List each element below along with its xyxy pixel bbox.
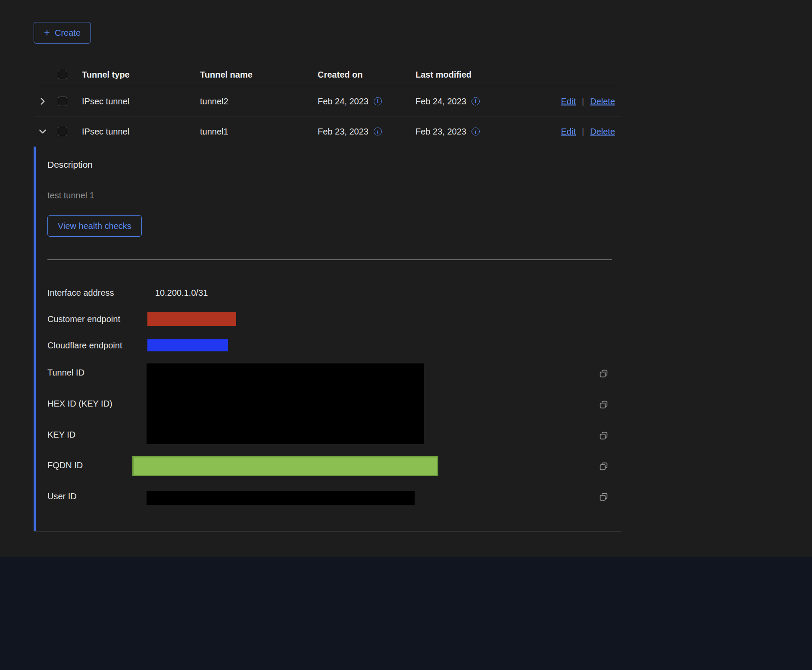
user-id-label: User ID [47, 491, 77, 502]
tunnel-name-cell: tunnel1 [200, 127, 228, 137]
copy-icon [599, 431, 608, 440]
tunnel-type-cell: IPsec tunnel [82, 96, 129, 106]
description-label: Description [47, 159, 93, 170]
info-icon[interactable]: i [374, 128, 382, 136]
interface-address-value: 10.200.1.0/31 [155, 287, 208, 298]
panel-bottom-divider [34, 531, 622, 532]
last-modified-cell: Feb 24, 2023 i [415, 96, 480, 106]
fqdn-id-redacted-value [132, 456, 438, 476]
collapse-chevron-down-icon[interactable] [37, 126, 48, 137]
copy-key-id-button[interactable] [599, 431, 609, 441]
last-modified-date: Feb 23, 2023 [415, 127, 466, 137]
plus-icon: + [44, 28, 50, 38]
cloudflare-endpoint-redacted-value [147, 339, 228, 351]
row-actions: Edit | Delete [561, 127, 615, 137]
tunnels-page: + Create Tunnel type Tunnel name Created… [0, 0, 812, 670]
copy-icon [599, 369, 608, 378]
header-last-modified: Last modified [415, 70, 472, 80]
info-icon[interactable]: i [472, 97, 480, 105]
select-all-checkbox[interactable] [58, 70, 67, 79]
row-actions: Edit | Delete [561, 96, 615, 106]
info-icon[interactable]: i [374, 97, 382, 105]
info-icon[interactable]: i [472, 128, 480, 136]
footer-band [0, 557, 812, 670]
detail-divider [47, 260, 612, 260]
view-health-checks-label: View health checks [58, 221, 131, 231]
create-button-label: Create [55, 28, 81, 38]
last-modified-date: Feb 24, 2023 [415, 96, 466, 106]
customer-endpoint-redacted-value [147, 312, 236, 326]
copy-icon [599, 400, 608, 409]
copy-tunnel-id-button[interactable] [599, 369, 609, 379]
delete-link[interactable]: Delete [590, 127, 615, 137]
edit-link[interactable]: Edit [561, 127, 576, 137]
copy-fqdn-id-button[interactable] [599, 461, 609, 471]
tunnel-id-label: Tunnel ID [47, 367, 84, 378]
table-row: IPsec tunnel tunnel1 Feb 23, 2023 i Feb … [34, 116, 622, 147]
created-on-cell: Feb 24, 2023 i [318, 96, 382, 106]
description-value: test tunnel 1 [47, 190, 94, 201]
action-separator: | [582, 127, 584, 137]
header-tunnel-type: Tunnel type [82, 70, 130, 80]
cloudflare-endpoint-label: Cloudflare endpoint [47, 340, 122, 351]
copy-hex-id-button[interactable] [599, 400, 609, 410]
tunnel-name-cell: tunnel2 [200, 96, 228, 106]
create-button[interactable]: + Create [34, 22, 91, 44]
interface-address-label: Interface address [47, 287, 114, 298]
row-checkbox[interactable] [58, 97, 67, 106]
header-tunnel-name: Tunnel name [200, 70, 253, 80]
created-on-cell: Feb 23, 2023 i [318, 127, 382, 137]
expand-chevron-right-icon[interactable] [37, 96, 48, 107]
view-health-checks-button[interactable]: View health checks [47, 215, 142, 237]
created-on-date: Feb 23, 2023 [318, 127, 369, 137]
action-separator: | [582, 96, 584, 106]
created-on-date: Feb 24, 2023 [318, 96, 369, 106]
ids-redacted-block [147, 363, 424, 444]
fqdn-id-label: FQDN ID [47, 460, 83, 471]
table-header-row: Tunnel type Tunnel name Created on Last … [34, 63, 622, 86]
header-created-on: Created on [318, 70, 362, 80]
copy-user-id-button[interactable] [599, 492, 609, 502]
hex-id-label: HEX ID (KEY ID) [47, 398, 112, 409]
copy-icon [599, 462, 608, 471]
tunnel-type-cell: IPsec tunnel [82, 127, 129, 137]
table-row: IPsec tunnel tunnel2 Feb 24, 2023 i Feb … [34, 86, 622, 116]
expanded-row-accent-bar [34, 147, 36, 532]
row-checkbox[interactable] [58, 127, 67, 136]
user-id-redacted-value [147, 491, 415, 505]
last-modified-cell: Feb 23, 2023 i [415, 127, 480, 137]
key-id-label: KEY ID [47, 429, 75, 440]
copy-icon [599, 492, 608, 501]
edit-link[interactable]: Edit [561, 96, 576, 106]
delete-link[interactable]: Delete [590, 96, 615, 106]
customer-endpoint-label: Customer endpoint [47, 313, 120, 325]
